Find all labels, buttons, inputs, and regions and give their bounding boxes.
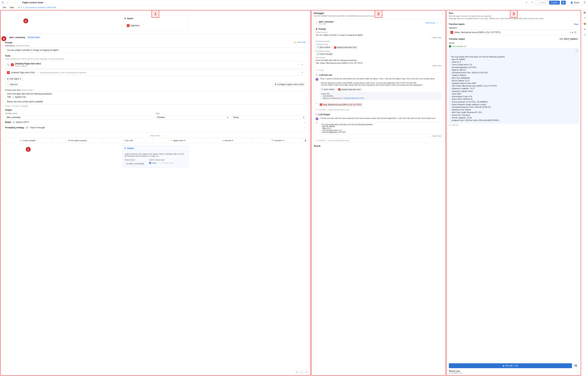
chevron-up-icon[interactable]: ⌃ xyxy=(298,63,299,66)
add-object-button[interactable]: ⊕ Add object ▾ xyxy=(5,77,23,81)
app-logo-icon[interactable] xyxy=(1,1,5,4)
chevron-down-icon[interactable]: ▾ xyxy=(572,31,573,34)
show-help-link[interactable]: 💡 Show help xyxy=(294,41,306,43)
package-icon[interactable]: 📦 xyxy=(583,21,587,26)
chevron-up-icon[interactable]: ⌃ xyxy=(440,21,441,24)
input-value: Delay: Mechanical Issue (EWR to CLE, N77… xyxy=(454,31,568,34)
play-icon[interactable]: ▶ xyxy=(583,10,587,15)
collapse-icon[interactable]: ⤡ xyxy=(300,370,304,374)
help-menu[interactable]: Help xyxy=(8,6,15,9)
alert-icon: ✈ xyxy=(450,31,453,34)
redo-icon[interactable]: ↷ xyxy=(530,0,534,5)
timer-3b: 2,124 of 8,000 tokens used xyxy=(328,140,349,142)
clear-link[interactable]: Clear xyxy=(574,23,578,25)
chevron-down-icon[interactable]: ⌄ xyxy=(304,126,306,129)
list-icon[interactable]: ☰ xyxy=(582,0,587,5)
tools-hint: Tools enable your LLM to access to your … xyxy=(5,58,306,60)
chip-query-objects: 🔍 Query objects xyxy=(320,88,336,91)
return-icon[interactable]: ↩ xyxy=(305,370,309,374)
transform-button[interactable]: ⇅Transform ▾ xyxy=(253,138,303,143)
prompting-label: Prompting strategy xyxy=(5,126,24,129)
compare-icon[interactable]: ⇆ xyxy=(583,27,587,31)
delete-block-button[interactable]: 🗑 xyxy=(303,138,308,143)
debug-prompt-title: Prompt xyxy=(319,28,326,30)
run-button[interactable]: ▶ Run (⌘ ⇧ D) xyxy=(449,363,572,368)
radio-value[interactable]: Value xyxy=(149,162,157,164)
task-variable-chip[interactable]: ⫿ flightAlert.Title xyxy=(12,96,27,98)
configure-limits-button[interactable]: ⚙ Configure object return limits xyxy=(273,83,306,86)
open-icon[interactable]: ↗ xyxy=(569,31,571,34)
execute-button[interactable]: fxExecute ▾ xyxy=(203,138,253,143)
alert-icon: ✈ xyxy=(127,24,129,27)
settings-sliders-icon[interactable] xyxy=(561,1,566,5)
breadcrumb-parent[interactable]: ········ ······· xyxy=(10,1,20,4)
get-property-button[interactable]: ◆Get object property xyxy=(53,138,103,143)
chevron-up-icon[interactable]: ⌃ xyxy=(577,371,578,373)
apply-action-button[interactable]: ⚡Apply action ▾ xyxy=(153,138,203,143)
show-more-link[interactable]: ⌄ Show more xyxy=(316,135,441,137)
external-link-icon[interactable]: ↗ xyxy=(37,71,38,74)
select-block-dropdown[interactable]: (x) alert_summary▾ xyxy=(125,161,146,166)
show-more-link[interactable]: ⌄ Show more xyxy=(316,65,441,67)
result-label: Result xyxy=(449,42,578,44)
timer-icon: ⏱ xyxy=(449,124,450,126)
fx-badge: (x) xyxy=(316,122,318,134)
llm-output-title: LLM Output xyxy=(318,113,330,116)
expand-vert-icon[interactable]: ⇕ xyxy=(295,370,299,374)
timer-1: In 0.3s xyxy=(318,69,324,71)
debug-icon[interactable]: ⠿ xyxy=(583,16,587,20)
save-run-button[interactable]: 💾 xyxy=(573,363,578,368)
flight-alert-input[interactable]: ✈ Delay: Mechanical Issue (EWR to CLE, N… xyxy=(449,30,578,35)
history-icon[interactable]: 🕘 xyxy=(583,33,587,37)
timer-icon: ⏱ xyxy=(316,140,317,142)
debug-card-sub: Use LLM xyxy=(319,23,424,25)
run-panel: 3 Run Run this logic to ensure its outpu… xyxy=(446,10,581,376)
radio-ontology[interactable]: Ontology edits xyxy=(159,162,174,164)
star-icon[interactable]: ☆ xyxy=(44,1,46,4)
function-output-tag: Function output xyxy=(27,36,41,39)
use-llm-button[interactable]: ⎔Use LLM xyxy=(103,138,153,143)
tool-row-collapsed[interactable]: 🔍 ✈ [Hubble] Flight Alert OSv1 Query obj… xyxy=(5,61,306,69)
share-button[interactable]: 👤 Share xyxy=(569,1,581,4)
task-prompt-label: Task prompt xyxy=(316,57,441,59)
last-saved-indicator: ✔Last saved on 3/1/2024, 9:29:52 AM xyxy=(23,6,56,9)
type-string-select[interactable]: String▾ xyxy=(232,115,306,120)
close-icon[interactable]: ✕ xyxy=(301,63,304,66)
create-variable-button[interactable]: (x)Create variable xyxy=(3,138,53,143)
svg-point-9 xyxy=(19,7,19,7)
expand-icon[interactable]: ⤢ xyxy=(575,49,578,52)
output-card-title: Output xyxy=(127,147,134,149)
thought-2-text: "I found one alert with the same departu… xyxy=(320,117,441,120)
add-tool-button[interactable]: ＋ Add tool xyxy=(5,82,19,86)
input-name: flightAlert xyxy=(449,27,457,29)
function-inputs-title: Function inputs xyxy=(449,23,465,25)
saved-status: ✓ Saved xyxy=(535,1,548,5)
show-more-link[interactable]: ⌄ Show more xyxy=(316,37,441,39)
collapse-panel-icon[interactable]: » xyxy=(442,12,443,14)
publish-button[interactable]: Publish xyxy=(549,1,560,5)
thought-badge-icon: Q xyxy=(316,117,318,120)
timer-icon: ⏱ xyxy=(316,109,317,111)
alert-icon: ✈ xyxy=(7,71,10,74)
system-prompt-text: You are a flight controller in charge of… xyxy=(316,34,441,36)
chip-tool: ✈[Hubble] Flight Alert OSv1 xyxy=(333,46,358,49)
task-prompt-input[interactable]: Given the flight alert with the followin… xyxy=(5,91,306,104)
svg-point-10 xyxy=(19,8,19,8)
close-icon[interactable]: ✕ xyxy=(301,71,304,74)
variable-name-input[interactable] xyxy=(5,115,154,120)
chevron-down-icon[interactable]: ⌄ xyxy=(304,121,306,123)
undo-icon[interactable]: ↶ xyxy=(524,0,529,5)
args-link[interactable]: 1 [Hubble] Flight Alert OSv1 xyxy=(342,97,364,99)
type-primitive-select[interactable]: Primitive▾ xyxy=(155,115,230,120)
svg-point-6 xyxy=(564,2,564,3)
chain-icon: 🔗 xyxy=(26,126,28,129)
block-type-bar: (x)Create variable ◆Get object property … xyxy=(2,138,309,143)
file-menu[interactable]: File xyxy=(1,6,8,9)
branch-indicator[interactable]: 1 xyxy=(18,6,22,9)
system-prompt-input[interactable]: You are a flight controller in charge of… xyxy=(5,47,306,53)
type-label: Type xyxy=(155,112,230,114)
input-variable-chip[interactable]: ✈ flightAlert xyxy=(125,23,141,28)
tool-query-hint[interactable]: Querying all properties. Click to add sp… xyxy=(40,72,299,74)
pick-object-icon[interactable]: ⎘ xyxy=(574,31,577,34)
show-block-link[interactable]: Show block xyxy=(425,22,435,24)
